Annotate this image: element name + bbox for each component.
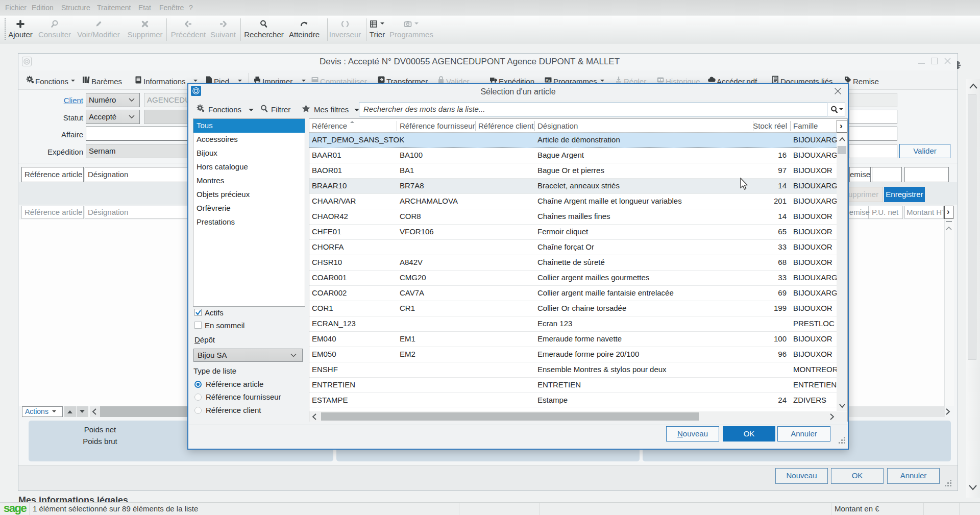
svg-text:Pa: Pa	[546, 79, 550, 82]
